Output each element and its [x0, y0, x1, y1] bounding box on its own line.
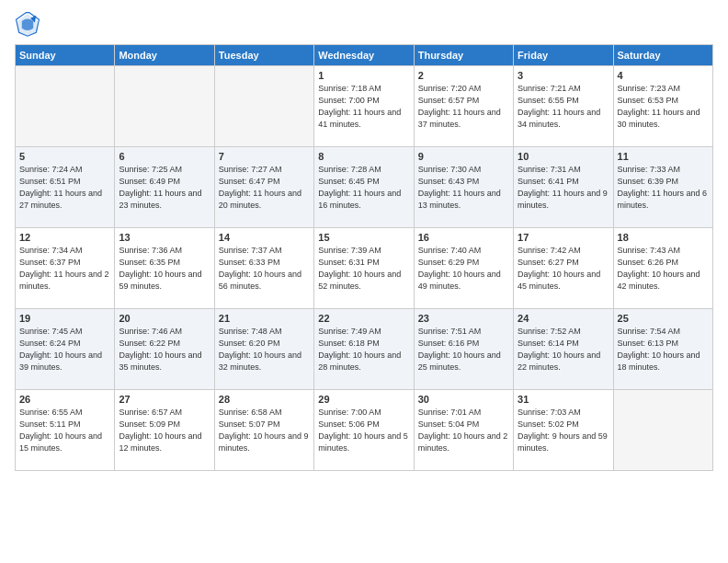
day-info: Sunrise: 7:49 AMSunset: 6:18 PMDaylight:…: [318, 326, 409, 373]
day-info: Sunrise: 7:31 AMSunset: 6:41 PMDaylight:…: [518, 164, 609, 212]
day-number: 6: [119, 151, 210, 162]
calendar-cell: 22Sunrise: 7:49 AMSunset: 6:18 PMDayligh…: [314, 309, 414, 390]
calendar-cell: 4Sunrise: 7:23 AMSunset: 6:53 PMDaylight…: [613, 66, 712, 147]
day-info: Sunrise: 7:43 AMSunset: 6:26 PMDaylight:…: [618, 245, 709, 293]
day-number: 7: [219, 151, 310, 162]
day-info: Sunrise: 7:25 AMSunset: 6:49 PMDaylight:…: [119, 164, 210, 212]
calendar-cell: 25Sunrise: 7:54 AMSunset: 6:13 PMDayligh…: [613, 309, 712, 390]
day-number: 10: [518, 151, 609, 162]
calendar-cell: 7Sunrise: 7:27 AMSunset: 6:47 PMDaylight…: [214, 147, 313, 228]
day-header-thursday: Thursday: [414, 45, 513, 66]
day-info: Sunrise: 7:24 AMSunset: 6:51 PMDaylight:…: [19, 164, 110, 212]
day-number: 8: [318, 151, 409, 162]
day-number: 20: [119, 313, 210, 324]
day-number: 9: [418, 151, 509, 162]
day-info: Sunrise: 7:18 AMSunset: 7:00 PMDaylight:…: [318, 83, 409, 131]
calendar-cell: 11Sunrise: 7:33 AMSunset: 6:39 PMDayligh…: [613, 147, 712, 228]
day-number: 22: [318, 313, 409, 324]
day-number: 12: [19, 232, 110, 243]
page: SundayMondayTuesdayWednesdayThursdayFrid…: [0, 0, 728, 563]
calendar-cell: 16Sunrise: 7:40 AMSunset: 6:29 PMDayligh…: [414, 228, 513, 309]
calendar-cell: 15Sunrise: 7:39 AMSunset: 6:31 PMDayligh…: [314, 228, 414, 309]
day-info: Sunrise: 6:55 AMSunset: 5:11 PMDaylight:…: [19, 407, 110, 454]
day-number: 30: [418, 394, 509, 405]
calendar-cell: [613, 390, 712, 471]
day-header-sunday: Sunday: [16, 45, 115, 66]
day-info: Sunrise: 7:40 AMSunset: 6:29 PMDaylight:…: [418, 245, 509, 293]
calendar-cell: 30Sunrise: 7:01 AMSunset: 5:04 PMDayligh…: [414, 390, 513, 471]
calendar-cell: 26Sunrise: 6:55 AMSunset: 5:11 PMDayligh…: [16, 390, 115, 471]
day-info: Sunrise: 7:28 AMSunset: 6:45 PMDaylight:…: [318, 164, 409, 212]
calendar-cell: 27Sunrise: 6:57 AMSunset: 5:09 PMDayligh…: [115, 390, 214, 471]
day-info: Sunrise: 7:30 AMSunset: 6:43 PMDaylight:…: [418, 164, 509, 212]
day-info: Sunrise: 7:34 AMSunset: 6:37 PMDaylight:…: [19, 245, 110, 293]
day-number: 1: [318, 70, 409, 81]
day-number: 16: [418, 232, 509, 243]
day-info: Sunrise: 7:52 AMSunset: 6:14 PMDaylight:…: [518, 326, 609, 373]
day-info: Sunrise: 7:42 AMSunset: 6:27 PMDaylight:…: [518, 245, 609, 293]
day-header-wednesday: Wednesday: [314, 45, 414, 66]
day-info: Sunrise: 6:57 AMSunset: 5:09 PMDaylight:…: [119, 407, 210, 454]
day-info: Sunrise: 7:33 AMSunset: 6:39 PMDaylight:…: [618, 164, 709, 212]
logo: [15, 11, 44, 37]
day-number: 31: [518, 394, 609, 405]
day-number: 28: [219, 394, 310, 405]
day-number: 18: [618, 232, 709, 243]
day-info: Sunrise: 7:37 AMSunset: 6:33 PMDaylight:…: [219, 245, 310, 293]
day-number: 24: [518, 313, 609, 324]
day-info: Sunrise: 7:54 AMSunset: 6:13 PMDaylight:…: [618, 326, 709, 373]
day-number: 25: [618, 313, 709, 324]
day-number: 23: [418, 313, 509, 324]
calendar-week-row: 26Sunrise: 6:55 AMSunset: 5:11 PMDayligh…: [16, 390, 713, 471]
day-number: 27: [119, 394, 210, 405]
day-number: 3: [518, 70, 609, 81]
calendar-cell: 31Sunrise: 7:03 AMSunset: 5:02 PMDayligh…: [514, 390, 613, 471]
day-number: 2: [418, 70, 509, 81]
day-number: 11: [618, 151, 709, 162]
day-info: Sunrise: 7:51 AMSunset: 6:16 PMDaylight:…: [418, 326, 509, 373]
day-number: 21: [219, 313, 310, 324]
day-info: Sunrise: 7:27 AMSunset: 6:47 PMDaylight:…: [219, 164, 310, 212]
calendar-cell: 3Sunrise: 7:21 AMSunset: 6:55 PMDaylight…: [514, 66, 613, 147]
calendar-cell: 6Sunrise: 7:25 AMSunset: 6:49 PMDaylight…: [115, 147, 214, 228]
calendar-cell: 8Sunrise: 7:28 AMSunset: 6:45 PMDaylight…: [314, 147, 414, 228]
calendar-week-row: 5Sunrise: 7:24 AMSunset: 6:51 PMDaylight…: [16, 147, 713, 228]
day-info: Sunrise: 7:39 AMSunset: 6:31 PMDaylight:…: [318, 245, 409, 293]
calendar-header-row: SundayMondayTuesdayWednesdayThursdayFrid…: [16, 45, 713, 66]
day-info: Sunrise: 7:45 AMSunset: 6:24 PMDaylight:…: [19, 326, 110, 373]
calendar-cell: 10Sunrise: 7:31 AMSunset: 6:41 PMDayligh…: [514, 147, 613, 228]
day-info: Sunrise: 7:20 AMSunset: 6:57 PMDaylight:…: [418, 83, 509, 131]
day-number: 13: [119, 232, 210, 243]
day-info: Sunrise: 7:00 AMSunset: 5:06 PMDaylight:…: [318, 407, 409, 454]
day-info: Sunrise: 7:03 AMSunset: 5:02 PMDaylight:…: [518, 407, 609, 454]
day-number: 29: [318, 394, 409, 405]
calendar-week-row: 19Sunrise: 7:45 AMSunset: 6:24 PMDayligh…: [16, 309, 713, 390]
calendar-cell: 2Sunrise: 7:20 AMSunset: 6:57 PMDaylight…: [414, 66, 513, 147]
day-number: 4: [618, 70, 709, 81]
day-header-saturday: Saturday: [613, 45, 712, 66]
calendar-cell: 28Sunrise: 6:58 AMSunset: 5:07 PMDayligh…: [214, 390, 313, 471]
day-header-tuesday: Tuesday: [214, 45, 313, 66]
day-number: 5: [19, 151, 110, 162]
calendar-cell: 14Sunrise: 7:37 AMSunset: 6:33 PMDayligh…: [214, 228, 313, 309]
day-number: 19: [19, 313, 110, 324]
calendar-cell: 1Sunrise: 7:18 AMSunset: 7:00 PMDaylight…: [314, 66, 414, 147]
calendar-cell: 17Sunrise: 7:42 AMSunset: 6:27 PMDayligh…: [514, 228, 613, 309]
calendar-cell: [115, 66, 214, 147]
day-number: 17: [518, 232, 609, 243]
calendar-cell: 9Sunrise: 7:30 AMSunset: 6:43 PMDaylight…: [414, 147, 513, 228]
day-info: Sunrise: 7:01 AMSunset: 5:04 PMDaylight:…: [418, 407, 509, 454]
day-info: Sunrise: 7:48 AMSunset: 6:20 PMDaylight:…: [219, 326, 310, 373]
calendar-cell: 12Sunrise: 7:34 AMSunset: 6:37 PMDayligh…: [16, 228, 115, 309]
calendar-cell: 18Sunrise: 7:43 AMSunset: 6:26 PMDayligh…: [613, 228, 712, 309]
day-info: Sunrise: 7:21 AMSunset: 6:55 PMDaylight:…: [518, 83, 609, 131]
calendar-cell: 21Sunrise: 7:48 AMSunset: 6:20 PMDayligh…: [214, 309, 313, 390]
day-header-monday: Monday: [115, 45, 214, 66]
calendar-cell: 5Sunrise: 7:24 AMSunset: 6:51 PMDaylight…: [16, 147, 115, 228]
header: [15, 11, 713, 37]
calendar-cell: 19Sunrise: 7:45 AMSunset: 6:24 PMDayligh…: [16, 309, 115, 390]
day-info: Sunrise: 7:46 AMSunset: 6:22 PMDaylight:…: [119, 326, 210, 373]
day-number: 15: [318, 232, 409, 243]
day-header-friday: Friday: [514, 45, 613, 66]
calendar-table: SundayMondayTuesdayWednesdayThursdayFrid…: [15, 44, 713, 471]
